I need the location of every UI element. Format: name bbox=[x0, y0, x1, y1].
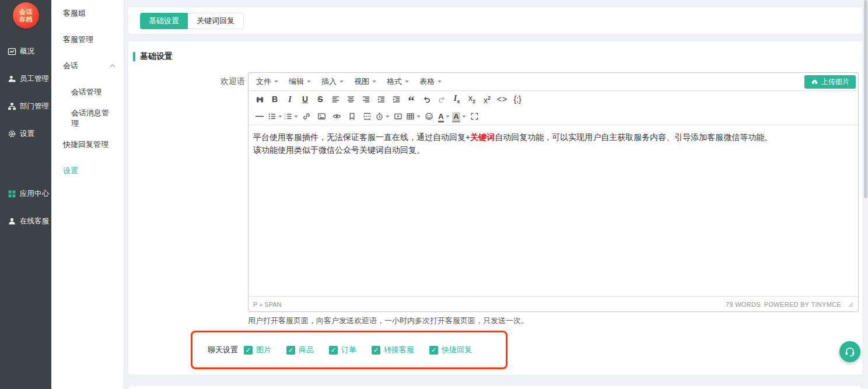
sidebar-item-label: 概况 bbox=[20, 47, 34, 57]
page-break-button[interactable] bbox=[360, 110, 374, 124]
background-color-icon: A bbox=[452, 112, 460, 121]
bullet-list-icon bbox=[268, 112, 276, 121]
editor-menu-format[interactable]: 格式 bbox=[382, 73, 414, 90]
sidebar-item-online-service[interactable]: 在线客服 bbox=[0, 215, 51, 227]
chat-options: ✓图片✓商品✓订单✓转接客服✓快捷回复 bbox=[244, 345, 472, 355]
sidebar-item-department-management[interactable]: 部门管理 bbox=[0, 100, 51, 112]
upload-image-button[interactable]: 上传图片 bbox=[804, 75, 856, 89]
chat-settings-label: 聊天设置 bbox=[208, 345, 238, 355]
editor-menu-view[interactable]: 视图 bbox=[349, 73, 382, 90]
sidebar-item-session[interactable]: 会话 bbox=[51, 52, 124, 79]
sidebar-item-app-center[interactable]: 应用中心 bbox=[0, 188, 51, 199]
outdent-icon bbox=[377, 95, 386, 104]
bullet-list-button[interactable] bbox=[268, 110, 282, 124]
checkbox-checked-icon[interactable]: ✓ bbox=[372, 346, 380, 355]
clear-format-button[interactable]: Ix bbox=[450, 93, 464, 107]
editor-menu-insert[interactable]: 插入 bbox=[316, 73, 349, 90]
underline-button[interactable]: U bbox=[298, 93, 312, 107]
editor-toolbar-row1: BIUS“Ixx2x2<>{;} bbox=[250, 91, 857, 108]
editor-menu-file[interactable]: 文件 bbox=[251, 73, 284, 90]
caret-down-icon bbox=[340, 80, 344, 83]
fullscreen-button[interactable] bbox=[467, 110, 481, 124]
secondary-sidebar: 客服组客服管理会话会话管理会话消息管理快捷回复管理设置 bbox=[51, 0, 124, 389]
redo-button[interactable] bbox=[435, 93, 449, 107]
numbered-list-button[interactable]: 123 bbox=[284, 110, 298, 124]
align-center-button[interactable] bbox=[344, 93, 358, 107]
sidebar-item-settings[interactable]: 设置 bbox=[51, 157, 124, 184]
clear-format-icon: Ix bbox=[454, 94, 460, 106]
strikethrough-button[interactable]: S bbox=[313, 93, 327, 107]
link-button[interactable] bbox=[299, 110, 313, 124]
checkbox-checked-icon[interactable]: ✓ bbox=[329, 346, 338, 355]
subscript-button[interactable]: x2 bbox=[465, 93, 479, 107]
anchor-button[interactable] bbox=[345, 110, 359, 124]
tabs-card: 基础设置关键词回复 bbox=[128, 8, 862, 34]
align-left-button[interactable] bbox=[328, 93, 342, 107]
page-scrollbar[interactable] bbox=[863, 0, 868, 389]
sidebar-item-label: 设置 bbox=[63, 166, 78, 176]
sidebar-item-service-group[interactable]: 客服组 bbox=[51, 0, 124, 26]
sidebar-item-label: 设置 bbox=[20, 129, 34, 139]
paragraph-text: 自动回复功能，可以实现用户自主获取服务内容、引导添加客服微信等功能。 bbox=[495, 132, 772, 142]
emoticons-icon bbox=[425, 112, 433, 121]
image-button[interactable] bbox=[314, 110, 328, 124]
editor-paragraph-1: 平台使用客服插件，无法保证客服一直在线，通过自动回复+关键词自动回复功能，可以实… bbox=[253, 131, 853, 143]
text-color-button[interactable]: A bbox=[437, 110, 451, 124]
hr-button[interactable]: — bbox=[253, 110, 267, 124]
emoticons-button[interactable] bbox=[422, 110, 436, 124]
code-sample-button[interactable]: {;} bbox=[510, 93, 524, 107]
superscript-button[interactable]: x2 bbox=[480, 93, 494, 107]
app-logo[interactable]: 会话 存档 bbox=[13, 2, 39, 29]
settings-tabs: 基础设置关键词回复 bbox=[140, 13, 244, 29]
chat-settings-annotation-box: 聊天设置 ✓图片✓商品✓订单✓转接客服✓快捷回复 bbox=[191, 331, 508, 369]
sidebar-item-employee-management[interactable]: 员工管理 bbox=[0, 73, 51, 85]
element-path[interactable]: P » SPAN bbox=[253, 301, 282, 308]
sidebar-item-service-management[interactable]: 客服管理 bbox=[51, 26, 124, 52]
checkbox-checked-icon[interactable]: ✓ bbox=[244, 346, 253, 355]
undo-button[interactable] bbox=[419, 93, 433, 107]
code-sample-icon: {;} bbox=[513, 95, 521, 104]
secondary-nav: 客服组客服管理会话会话管理会话消息管理快捷回复管理设置 bbox=[51, 0, 124, 184]
chat-option-product[interactable]: ✓商品 bbox=[286, 345, 314, 355]
datetime-button[interactable] bbox=[375, 110, 390, 124]
sidebar-item-session-message-management[interactable]: 会话消息管理 bbox=[51, 105, 124, 131]
align-right-button[interactable] bbox=[359, 93, 373, 107]
sidebar-item-settings[interactable]: 设置 bbox=[0, 128, 51, 139]
media-button[interactable] bbox=[391, 110, 405, 124]
checkbox-checked-icon[interactable]: ✓ bbox=[286, 346, 295, 355]
bold-button[interactable]: B bbox=[268, 93, 282, 107]
background-color-button[interactable]: A bbox=[452, 110, 466, 124]
sidebar-item-overview[interactable]: 概况 bbox=[0, 45, 51, 57]
chat-option-order[interactable]: ✓订单 bbox=[329, 345, 356, 355]
undo-icon bbox=[422, 95, 431, 104]
resize-grip-icon[interactable] bbox=[848, 302, 853, 307]
logo-text-line2: 存档 bbox=[19, 16, 33, 23]
tab-keyword-reply[interactable]: 关键词回复 bbox=[188, 13, 244, 29]
sidebar-item-session-management[interactable]: 会话管理 bbox=[51, 79, 124, 105]
editor-content[interactable]: 平台使用客服插件，无法保证客服一直在线，通过自动回复+关键词自动回复功能，可以实… bbox=[249, 125, 858, 296]
outdent-button[interactable] bbox=[374, 93, 388, 107]
chat-option-transfer-service[interactable]: ✓转接客服 bbox=[372, 345, 414, 355]
editor-menu-edit[interactable]: 编辑 bbox=[284, 73, 316, 90]
find-replace-button[interactable] bbox=[253, 93, 267, 107]
editor-menu-table[interactable]: 表格 bbox=[414, 73, 447, 90]
chat-option-quick-reply[interactable]: ✓快捷回复 bbox=[429, 345, 472, 355]
overview-chart-icon bbox=[8, 47, 16, 56]
online-service-float-button[interactable] bbox=[839, 341, 860, 362]
code-button[interactable]: <> bbox=[495, 93, 509, 107]
preview-button[interactable] bbox=[330, 110, 344, 124]
nav-spacer bbox=[0, 155, 51, 188]
table-grid-button[interactable] bbox=[406, 110, 421, 124]
tinymce-branding[interactable]: POWERED BY TINYMCE bbox=[764, 301, 841, 308]
blockquote-button[interactable]: “ bbox=[404, 93, 418, 107]
chat-option-image[interactable]: ✓图片 bbox=[244, 345, 271, 355]
indent-button[interactable] bbox=[389, 93, 403, 107]
italic-button[interactable]: I bbox=[283, 93, 297, 107]
chat-option-label: 订单 bbox=[341, 345, 356, 355]
headset-icon bbox=[844, 346, 856, 358]
scrollbar-thumb[interactable] bbox=[864, 0, 867, 198]
tab-basic-settings[interactable]: 基础设置 bbox=[140, 13, 188, 29]
sidebar-item-quick-reply-management[interactable]: 快捷回复管理 bbox=[51, 131, 124, 157]
media-icon bbox=[394, 112, 402, 121]
checkbox-checked-icon[interactable]: ✓ bbox=[429, 346, 438, 355]
